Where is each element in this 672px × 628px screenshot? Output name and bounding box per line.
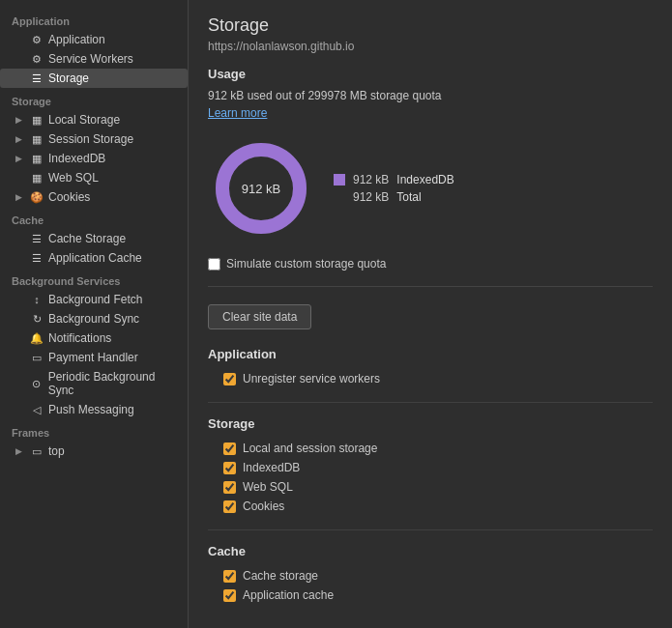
chevron-right-icon: ▶ [15,154,25,163]
legend-color-indexeddb [334,174,345,186]
sidebar-item-label: top [48,444,65,458]
sidebar: Application⚙Application⚙Service Workers☰… [0,0,189,628]
sidebar-item-label: IndexedDB [48,152,105,165]
checklist-container: ApplicationUnregister service workersSto… [208,347,653,618]
sidebar-item-periodic-bg-sync[interactable]: ⊙Periodic Background Sync [0,367,188,400]
sidebar-section-label: Storage [0,88,188,110]
checkbox-app-cache-check[interactable] [223,589,236,602]
legend-color-total [334,191,345,203]
checklist-heading: Storage [208,416,653,431]
item-icon: ☰ [30,252,44,265]
sidebar-item-label: Payment Handler [48,351,138,364]
item-icon: ⊙ [30,378,44,390]
check-label-local-session: Local and session storage [243,442,377,455]
legend-label-total: Total [396,190,421,204]
item-icon: ⚙ [30,53,44,66]
check-label-web-sql-check: Web SQL [243,480,293,494]
sidebar-item-cookies[interactable]: ▶🍪Cookies [0,187,188,207]
checkbox-indexeddb-check[interactable] [223,462,236,474]
sidebar-item-label: Application [48,33,105,46]
simulate-checkbox[interactable] [208,258,220,271]
page-title: Storage [208,15,653,36]
sidebar-item-background-fetch[interactable]: ↕Background Fetch [0,290,188,309]
clear-site-data-button[interactable]: Clear site data [208,304,311,329]
sidebar-item-web-sql[interactable]: ▦Web SQL [0,168,188,187]
chevron-right-icon: ▶ [15,446,25,456]
checkbox-unregister-sw[interactable] [223,373,236,385]
simulate-label: Simulate custom storage quota [226,257,386,271]
check-label-app-cache-check: Application cache [243,588,334,602]
checklist-section-1: StorageLocal and session storageIndexedD… [208,416,653,530]
checkbox-local-session[interactable] [223,442,236,455]
sidebar-item-label: Storage [48,71,89,85]
item-icon: ☰ [30,233,44,245]
usage-text: 912 kB used out of 299978 MB storage quo… [208,89,653,102]
usage-heading: Usage [208,67,653,81]
sidebar-item-service-workers[interactable]: ⚙Service Workers [0,49,188,69]
item-icon: ▭ [30,352,44,364]
sidebar-item-application[interactable]: ⚙Application [0,30,188,49]
checklist-section-2: CacheCache storageApplication cache [208,544,653,618]
sidebar-item-notifications[interactable]: 🔔Notifications [0,328,188,348]
donut-chart: 912 kB [208,135,314,242]
sidebar-item-label: Cookies [48,190,90,204]
sidebar-item-label: Local Storage [48,113,120,127]
sidebar-item-local-storage[interactable]: ▶▦Local Storage [0,110,188,129]
sidebar-item-label: Push Messaging [48,403,134,416]
item-icon: ↻ [30,313,44,326]
checklist-section-0: ApplicationUnregister service workers [208,347,653,403]
legend-item-total: 912 kB Total [334,190,454,204]
sidebar-item-session-storage[interactable]: ▶▦Session Storage [0,129,188,149]
checkbox-cookies-check[interactable] [223,500,236,513]
legend-label-indexeddb: IndexedDB [396,173,453,186]
sidebar-item-label: Background Sync [48,312,139,326]
checklist-heading: Cache [208,544,653,558]
sidebar-item-background-sync[interactable]: ↻Background Sync [0,309,188,328]
item-icon: ↕ [30,294,44,305]
item-icon: ◁ [30,404,44,416]
sidebar-item-label: Web SQL [48,171,99,185]
sidebar-item-cache-storage[interactable]: ☰Cache Storage [0,229,188,248]
chart-row: 912 kB 912 kB IndexedDB 912 kB Total [208,135,653,242]
legend-value-indexeddb: 912 kB [353,173,389,186]
sidebar-item-indexeddb[interactable]: ▶▦IndexedDB [0,149,188,168]
legend-item-indexeddb: 912 kB IndexedDB [334,173,454,186]
check-item-local-session: Local and session storage [208,439,653,458]
sidebar-item-label: Background Fetch [48,293,142,306]
check-item-indexeddb-check: IndexedDB [208,458,653,477]
chevron-right-icon: ▶ [15,134,25,144]
check-item-app-cache-check: Application cache [208,585,653,605]
chart-legend: 912 kB IndexedDB 912 kB Total [334,173,454,204]
sidebar-item-storage[interactable]: ☰Storage [0,69,188,88]
sidebar-item-label: Session Storage [48,132,133,146]
sidebar-item-push-messaging[interactable]: ◁Push Messaging [0,400,188,419]
sidebar-item-payment-handler[interactable]: ▭Payment Handler [0,348,188,367]
check-label-indexeddb-check: IndexedDB [243,461,300,474]
sidebar-item-label: Periodic Background Sync [48,370,180,397]
learn-more-link[interactable]: Learn more [208,106,267,120]
checkbox-cache-storage-check[interactable] [223,570,236,583]
item-icon: ▦ [30,133,44,146]
sidebar-item-application-cache[interactable]: ☰Application Cache [0,248,188,268]
checkbox-web-sql-check[interactable] [223,481,236,494]
item-icon: ▦ [30,153,44,165]
check-label-cookies-check: Cookies [243,500,284,513]
sidebar-item-label: Service Workers [48,52,133,66]
sidebar-section-label: Background Services [0,268,188,290]
item-icon: ☰ [30,72,44,85]
check-item-unregister-sw: Unregister service workers [208,369,653,388]
sidebar-item-top[interactable]: ▶▭top [0,442,188,461]
chevron-right-icon: ▶ [15,192,25,202]
item-icon: ▦ [30,172,44,185]
sidebar-item-label: Notifications [48,331,111,345]
item-icon: 🔔 [30,332,44,345]
check-item-cache-storage-check: Cache storage [208,566,653,585]
sidebar-section-label: Application [0,8,188,30]
item-icon: ▦ [30,114,44,127]
check-label-unregister-sw: Unregister service workers [243,372,380,385]
simulate-row: Simulate custom storage quota [208,257,653,287]
item-icon: ▭ [30,445,44,458]
item-icon: ⚙ [30,34,44,46]
sidebar-item-label: Cache Storage [48,232,126,245]
sidebar-section-label: Cache [0,207,188,229]
